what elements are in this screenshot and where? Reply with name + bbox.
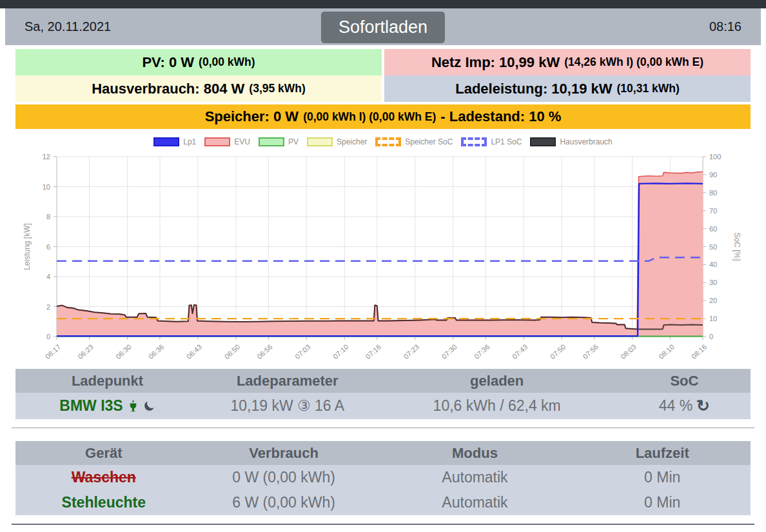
y-tick-label-left: 4 xyxy=(46,273,50,281)
col-laufzeit: Laufzeit xyxy=(574,445,751,462)
header-bar: Sa, 20.11.2021 Sofortladen 08:16 xyxy=(5,8,761,45)
device-runtime: 0 Min xyxy=(574,469,751,486)
charge-params: 10,19 kW ③ 16 A xyxy=(199,397,376,415)
chargepoint-table: Ladepunkt Ladeparameter geladen SoC BMW … xyxy=(15,369,751,419)
legend-swatch xyxy=(153,137,179,146)
x-tick-label: 06:43 xyxy=(185,343,203,360)
x-tick-label: 06:56 xyxy=(255,343,273,360)
series-area-EVU xyxy=(57,172,703,337)
battery-status-bar: Speicher: 0 W (0,00 kWh I) (0,00 kWh E) … xyxy=(15,104,751,129)
y-tick-label-left: 6 xyxy=(46,243,50,251)
legend-item[interactable]: LP1 SoC xyxy=(461,137,522,146)
series-line-EVU xyxy=(57,172,703,329)
device-name[interactable]: Stehleuchte xyxy=(15,494,192,511)
vehicle-name[interactable]: BMW I3S xyxy=(59,397,123,415)
x-tick-label: 08:03 xyxy=(619,343,637,360)
pv-value: PV: 0 W xyxy=(142,54,194,71)
house-energy: (3,95 kWh) xyxy=(249,82,306,95)
legend-item[interactable]: Speicher SoC xyxy=(375,137,453,146)
x-tick-label: 07:36 xyxy=(473,343,491,360)
legend-label: EVU xyxy=(234,137,250,146)
chargepoint-name-cell[interactable]: BMW I3S xyxy=(15,397,199,415)
y-tick-label-left: 2 xyxy=(46,303,50,311)
battery-value: Speicher: 0 W xyxy=(205,108,299,125)
device-mode: Automatik xyxy=(376,469,574,486)
legend-label: LP1 SoC xyxy=(491,137,522,146)
legend-label: Hausverbrauch xyxy=(560,137,612,146)
series-line-Lp1 xyxy=(57,183,703,336)
x-tick-label: 07:03 xyxy=(293,343,311,360)
device-consumption: 0 W (0,00 kWh) xyxy=(192,469,376,486)
legend-item[interactable]: Hausverbrauch xyxy=(530,137,612,146)
power-chart: Lp1EVUPVSpeicherSpeicher SoCLP1 SoCHausv… xyxy=(0,129,766,364)
y-axis-title-right: SoC [%] xyxy=(732,232,741,261)
house-consumption-status: Hausverbrauch: 804 W (3,95 kWh) xyxy=(15,75,382,102)
y-tick-label-right: 30 xyxy=(709,279,717,286)
y-tick-label-right: 0 xyxy=(709,333,713,340)
col-modus: Modus xyxy=(376,445,574,462)
charge-mode-button[interactable]: Sofortladen xyxy=(321,12,445,43)
legend-item[interactable]: PV xyxy=(259,137,299,146)
y-tick-label-left: 10 xyxy=(43,183,50,191)
soc-cell: 44 % ↻ xyxy=(618,397,751,415)
legend-swatch xyxy=(307,137,333,146)
section-divider xyxy=(12,428,754,428)
x-tick-label: 06:36 xyxy=(147,343,165,360)
x-tick-label: 06:23 xyxy=(76,343,94,360)
devices-table: Gerät Verbrauch Modus Laufzeit Waschen0 … xyxy=(15,441,751,515)
x-tick-label: 07:10 xyxy=(331,343,349,360)
x-tick-label: 08:10 xyxy=(657,343,675,360)
grid-import-value: Netz Imp: 10,99 kW xyxy=(431,54,560,71)
device-name[interactable]: Waschen xyxy=(15,469,192,486)
y-tick-label-left: 8 xyxy=(46,213,50,221)
device-row[interactable]: Stehleuchte6 W (0,00 kWh)Automatik0 Min xyxy=(15,490,751,515)
pv-status: PV: 0 W (0,00 kWh) xyxy=(15,49,382,75)
charge-power-energy: (10,31 kWh) xyxy=(617,82,680,95)
y-tick-label-left: 12 xyxy=(43,153,50,161)
col-verbrauch: Verbrauch xyxy=(192,445,376,462)
y-tick-label-right: 10 xyxy=(709,315,717,322)
legend-swatch xyxy=(461,137,487,146)
x-tick-label: 07:56 xyxy=(581,343,599,360)
legend-item[interactable]: Lp1 xyxy=(153,137,196,146)
moon-icon xyxy=(143,400,155,412)
plug-icon xyxy=(127,400,139,412)
bottom-divider xyxy=(12,524,754,525)
legend-swatch xyxy=(530,137,556,146)
legend-label: Speicher xyxy=(337,137,367,146)
y-tick-label-left: 0 xyxy=(46,333,50,340)
battery-energy: (0,00 kWh I) (0,00 kWh E) xyxy=(303,110,436,124)
charge-power-value: Ladeleistung: 10,19 kW xyxy=(455,81,612,97)
col-ladeparameter: Ladeparameter xyxy=(199,373,376,389)
legend-label: Speicher SoC xyxy=(405,137,453,146)
refresh-soc-icon[interactable]: ↻ xyxy=(696,397,710,415)
legend-item[interactable]: EVU xyxy=(204,137,250,146)
date-label: Sa, 20.11.2021 xyxy=(25,19,111,34)
x-tick-label: 07:23 xyxy=(402,343,420,360)
device-row[interactable]: Waschen0 W (0,00 kWh)Automatik0 Min xyxy=(15,465,751,490)
devices-table-header: Gerät Verbrauch Modus Laufzeit xyxy=(15,441,751,465)
col-geladen: geladen xyxy=(376,373,618,389)
chargepoint-table-header: Ladepunkt Ladeparameter geladen SoC xyxy=(15,369,751,393)
time-label: 08:16 xyxy=(709,19,741,34)
x-tick-label: 06:50 xyxy=(223,343,241,360)
y-tick-label-right: 60 xyxy=(709,225,717,233)
y-tick-label-right: 80 xyxy=(709,189,717,197)
charge-power-status: Ladeleistung: 10,19 kW (10,31 kWh) xyxy=(384,75,751,102)
legend-swatch xyxy=(204,137,230,146)
y-axis-title-left: Leistung [kW] xyxy=(23,223,32,270)
legend-item[interactable]: Speicher xyxy=(307,137,367,146)
x-tick-label: 06:30 xyxy=(114,343,132,360)
chargepoint-row[interactable]: BMW I3S 10,19 kW ③ 16 A 10,6 kWh / 62,4 … xyxy=(15,393,751,419)
col-soc: SoC xyxy=(618,373,751,389)
y-tick-label-right: 40 xyxy=(709,261,717,268)
x-tick-label: 07:50 xyxy=(549,343,567,360)
grid-import-status: Netz Imp: 10,99 kW (14,26 kWh I) (0,00 k… xyxy=(384,49,751,75)
legend-label: Lp1 xyxy=(183,137,196,146)
x-tick-label: 07:43 xyxy=(511,343,529,360)
col-geraet: Gerät xyxy=(15,445,192,462)
house-value: Hausverbrauch: 804 W xyxy=(92,81,244,97)
y-tick-label-right: 50 xyxy=(709,243,717,251)
x-tick-label: 08:16 xyxy=(690,343,708,360)
col-ladepunkt: Ladepunkt xyxy=(15,373,199,389)
